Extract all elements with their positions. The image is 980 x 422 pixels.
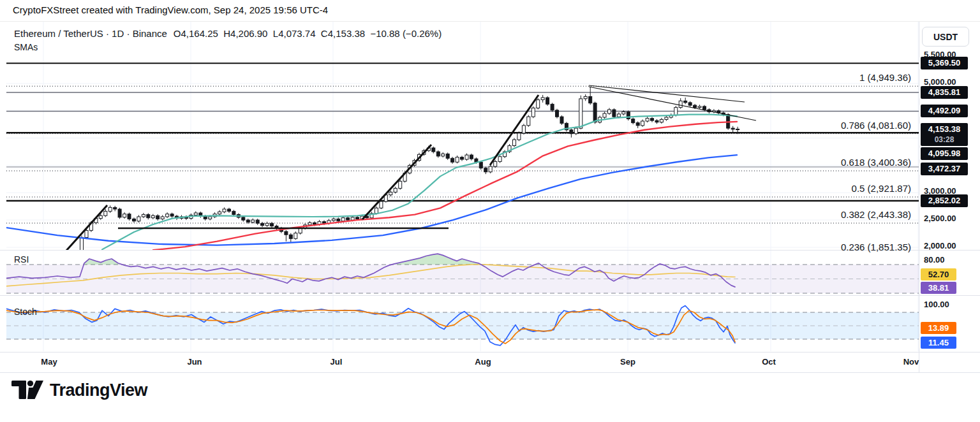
symbol-legend: Ethereum / TetherUS · 1D · BinanceO4,164… (14, 28, 442, 52)
smas-indicator-label[interactable]: SMAs (14, 42, 442, 52)
tradingview-logo-icon (11, 380, 43, 400)
tradingview-logo-text: TradingView (50, 381, 147, 400)
rsi-pane-label[interactable]: RSI (14, 254, 29, 265)
stoch-pane[interactable] (0, 295, 919, 352)
symbol-title[interactable]: Ethereum / TetherUS · 1D · Binance (14, 28, 167, 39)
tradingview-chart-screenshot: { "attribution": "CryptoFXStreet created… (0, 0, 980, 422)
stoch-pane-label[interactable]: Stoch (14, 307, 37, 317)
attribution-bar: CryptoFXStreet created with TradingView.… (0, 0, 980, 22)
legend-row-symbol: Ethereum / TetherUS · 1D · BinanceO4,164… (14, 28, 442, 39)
tradingview-logo[interactable]: TradingView (11, 380, 147, 400)
main-price-pane[interactable] (0, 21, 919, 250)
currency-button[interactable]: USDT (922, 27, 969, 47)
ohlc-values: O4,164.25 H4,206.90 L4,073.74 C4,153.38 … (174, 28, 442, 39)
attribution-text: CryptoFXStreet created with TradingView.… (13, 4, 328, 15)
rsi-pane[interactable] (0, 250, 919, 295)
